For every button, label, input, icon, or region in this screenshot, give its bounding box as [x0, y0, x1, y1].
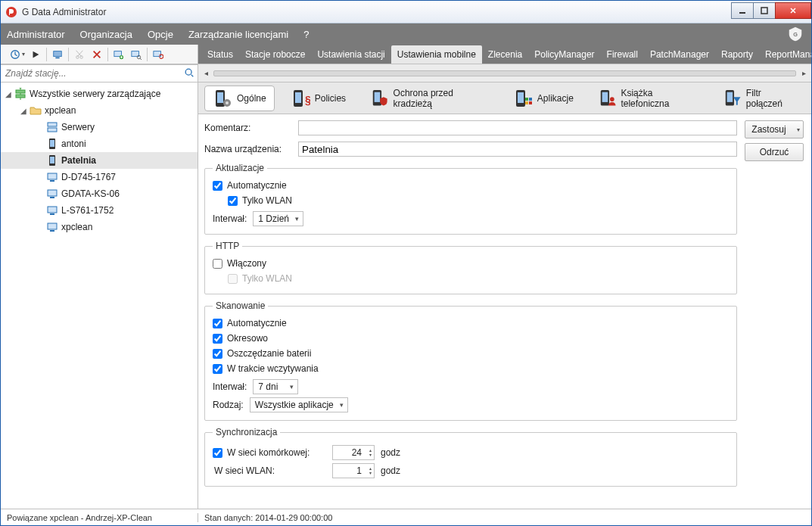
svg-rect-51	[727, 92, 733, 102]
tab-status[interactable]: Status	[201, 45, 239, 64]
status-right: Stan danych: 2014-01-29 00:00:00	[198, 513, 811, 522]
svg-point-35	[226, 101, 229, 104]
sync-legend: Synchronizacja	[213, 427, 280, 437]
tree-node-l-s761[interactable]: L-S761-1752	[1, 202, 198, 219]
tree-node-label: L-S761-1752	[61, 205, 114, 216]
monitor-find-button[interactable]	[128, 46, 145, 63]
subtab-ogolne[interactable]: Ogólne	[204, 86, 275, 111]
monitor-add-button[interactable]	[110, 46, 127, 63]
cut-button[interactable]	[71, 46, 88, 63]
phone-shield-icon	[370, 89, 389, 108]
svg-rect-31	[50, 230, 54, 232]
search-input[interactable]	[4, 67, 184, 79]
subtab-policies[interactable]: § Policies	[282, 86, 354, 111]
scroll-right-icon[interactable]: ▸	[799, 69, 808, 78]
menu-administrator[interactable]: Administrator	[7, 29, 65, 40]
comment-input[interactable]	[298, 120, 737, 135]
updates-legend: Aktualizacje	[213, 163, 267, 173]
pc-icon	[46, 221, 58, 233]
tab-raporty[interactable]: Raporty	[715, 45, 759, 64]
scan-periodic-checkbox[interactable]: Okresowo	[213, 331, 729, 346]
updates-wlan-checkbox[interactable]: Tylko WLAN	[228, 193, 729, 208]
phone-apps-icon	[513, 89, 533, 108]
scroll-left-icon[interactable]: ◂	[201, 69, 210, 78]
history-dropdown-button[interactable]	[4, 46, 26, 63]
svg-rect-1	[739, 12, 745, 14]
tree-node-label: xpclean	[61, 222, 92, 232]
updates-interval-select[interactable]: 1 Dzień	[253, 211, 303, 226]
tree-root[interactable]: ◢ Wszystkie serwery zarządzające	[1, 86, 198, 102]
tree-group[interactable]: ◢ xpclean	[1, 102, 198, 119]
minimize-button[interactable]	[731, 2, 754, 19]
tree-node-serwery[interactable]: Serwery	[1, 119, 198, 135]
tree-node-xpclean[interactable]: xpclean	[1, 219, 198, 235]
tab-firewall[interactable]: Firewall	[601, 45, 644, 64]
updates-auto-checkbox[interactable]: Automatycznie	[213, 178, 729, 193]
tree-node-label: D-D745-1767	[61, 172, 116, 182]
tab-stacje-robocze[interactable]: Stacje robocze	[239, 45, 311, 64]
menu-organizacja[interactable]: Organizacja	[80, 29, 132, 40]
menu-licencje[interactable]: Zarządzanie licencjami	[188, 29, 288, 40]
discard-button[interactable]: Odrzuć	[745, 143, 804, 161]
tree-node-patelnia[interactable]: Patelnia	[1, 152, 198, 169]
subtab-label: Książka telefoniczna	[621, 88, 698, 109]
close-button[interactable]	[775, 2, 811, 19]
svg-rect-45	[525, 101, 528, 104]
updates-interval-label: Interwał:	[213, 213, 247, 224]
sync-cell-unit: godz	[381, 447, 400, 458]
svg-rect-43	[525, 98, 528, 101]
scan-battery-checkbox[interactable]: Oszczędzanie baterii	[213, 346, 729, 361]
module-tabstrip: Status Stacje robocze Ustawienia stacji …	[198, 45, 811, 64]
delete-button[interactable]	[89, 46, 105, 63]
apply-button[interactable]: Zastosuj	[745, 120, 804, 139]
tab-patchmanager[interactable]: PatchManager	[644, 45, 715, 64]
http-fieldset: HTTP Włączony Tylko WLAN	[204, 241, 737, 294]
tab-ustawienia-mobilne[interactable]: Ustawienia mobilne	[391, 45, 482, 64]
tree-node-d-d745[interactable]: D-D745-1767	[1, 169, 198, 185]
subtab-ochrona[interactable]: Ochrona przed kradzieżą	[362, 86, 497, 111]
subtab-ksiazka[interactable]: Książka telefoniczna	[590, 86, 708, 111]
sync-wlan-spinner[interactable]: 1	[332, 463, 375, 478]
tree-node-antoni[interactable]: antoni	[1, 135, 198, 152]
tab-policymanager[interactable]: PolicyManager	[528, 45, 600, 64]
menu-opcje[interactable]: Opcje	[148, 29, 173, 40]
menubar: Administrator Organizacja Opcje Zarządza…	[1, 23, 811, 45]
scan-interval-select[interactable]: 7 dni	[253, 379, 298, 394]
scan-loading-checkbox[interactable]: W trakcie wczytywania	[213, 361, 729, 376]
collapse-icon[interactable]: ◢	[4, 90, 13, 98]
svg-rect-26	[48, 190, 57, 196]
scan-kind-select[interactable]: Wszystkie aplikacje	[250, 397, 348, 412]
folder-icon	[30, 104, 42, 117]
menu-help[interactable]: ?	[303, 29, 309, 40]
subtab-filtr[interactable]: Filtr połączeń	[714, 86, 805, 111]
svg-rect-46	[529, 101, 532, 104]
tab-zlecenia[interactable]: Zlecenia	[482, 45, 528, 64]
monitor-refresh-button[interactable]	[150, 46, 166, 63]
http-enabled-checkbox[interactable]: Włączony	[213, 256, 729, 271]
subtab-aplikacje[interactable]: Aplikacje	[505, 86, 582, 111]
tab-reportmanager[interactable]: ReportManager	[759, 45, 811, 64]
scan-auto-checkbox[interactable]: Automatycznie	[213, 316, 729, 331]
maximize-button[interactable]	[753, 2, 776, 19]
sync-cell-spinner[interactable]: 24	[332, 445, 375, 460]
play-button[interactable]	[27, 46, 44, 63]
svg-rect-48	[602, 92, 608, 102]
svg-rect-18	[48, 123, 57, 126]
collapse-icon[interactable]: ◢	[19, 107, 28, 115]
workstation-button[interactable]	[49, 46, 66, 63]
tree-node-label: Patelnia	[61, 155, 96, 166]
tab-ustawienia-stacji[interactable]: Ustawienia stacji	[311, 45, 390, 64]
http-legend: HTTP	[213, 241, 242, 251]
svg-rect-44	[529, 98, 532, 101]
status-left: Powiązane xpclean - Andrzej-XP-Clean	[1, 513, 198, 522]
sync-cell-checkbox[interactable]: W sieci komórkowej:	[213, 445, 326, 460]
subtab-label: Ogólne	[237, 93, 266, 104]
tree-node-label: GDATA-KS-06	[61, 188, 120, 199]
tabstrip-scrollbar[interactable]: ◂ ▸	[198, 64, 811, 82]
tree-node-gdata-ks-06[interactable]: GDATA-KS-06	[1, 185, 198, 202]
devicename-input[interactable]	[298, 142, 737, 157]
scrollbar-track[interactable]	[213, 70, 796, 76]
search-icon[interactable]	[184, 67, 194, 80]
phone-icon	[46, 154, 58, 167]
scan-interval-label: Interwał:	[213, 381, 247, 392]
